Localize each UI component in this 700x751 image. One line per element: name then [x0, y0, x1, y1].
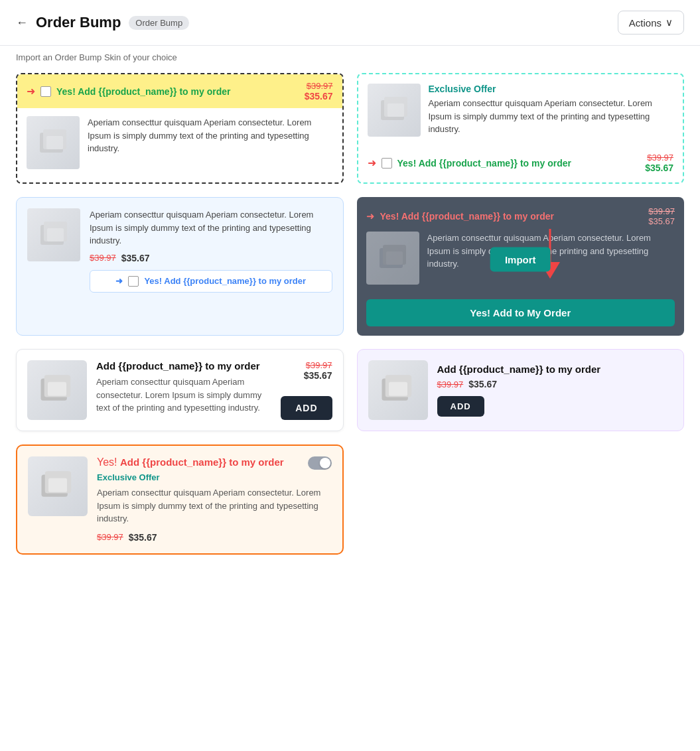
- card-7-toggle[interactable]: [308, 456, 332, 470]
- card-3-checkbox[interactable]: [128, 276, 139, 287]
- card-1-product-image: [27, 116, 80, 169]
- actions-label: Actions: [629, 17, 662, 29]
- page-badge: Order Bump: [129, 16, 189, 30]
- card-6-content: Add {{product_name}} to my order $39.97 …: [437, 364, 673, 417]
- card-2-checkbox[interactable]: [382, 158, 392, 169]
- card-7-description: Aperiam consecttur quisquam Aperiam cons…: [97, 486, 332, 525]
- card-6-body: Add {{product_name}} to my order $39.97 …: [358, 350, 684, 431]
- card-3-yes-button[interactable]: ➜ Yes! Add {{product_name}} to my order: [90, 270, 332, 293]
- card-2-footer: ➜ Yes! Add {{product_name}} to my order …: [358, 146, 683, 182]
- card-1-prices: $39.97 $35.67: [305, 81, 333, 102]
- chevron-down-icon: ∨: [665, 17, 673, 29]
- card-2-product-image: [368, 84, 421, 137]
- card-5-description: Aperiam consecttur quisquam Aperiam cons…: [96, 376, 271, 415]
- skin-card-4: ➜ Yes! Add {{product_name}} to my order …: [357, 197, 685, 336]
- card-6-product-image: [368, 360, 428, 420]
- card-2-price-original: $39.97: [645, 153, 673, 163]
- card-1-price-original: $39.97: [305, 81, 333, 91]
- card-4-product-image: [366, 232, 419, 285]
- card-5-title: Add {{product_name}} to my order: [96, 360, 271, 372]
- card-6-title: Add {{product_name}} to my order: [437, 364, 673, 375]
- card-5-price-sale: $35.67: [304, 370, 332, 381]
- card-2-yes-label: Yes! Add {{product_name}} to my order: [397, 158, 571, 169]
- import-button[interactable]: Import: [490, 247, 551, 272]
- card-1-checkbox[interactable]: [40, 86, 51, 97]
- page-title: Order Bump: [36, 14, 121, 31]
- card-3-yes-label: Yes! Add {{product_name}} to my order: [144, 276, 306, 286]
- skins-grid: ➜ Yes! Add {{product_name}} to my order …: [0, 73, 700, 571]
- card-7-exclusive-label: Exclusive Offer: [97, 472, 332, 482]
- card-3-product-image: [27, 208, 80, 261]
- card-1-body: Aperiam consecttur quisquam Aperiam cons…: [17, 108, 342, 177]
- card-5-product-image: [27, 360, 87, 420]
- svg-rect-19: [389, 382, 407, 396]
- card-7-body: Yes! Add {{product_name}} to my order Ex…: [17, 446, 342, 553]
- card-7-content: Yes! Add {{product_name}} to my order Ex…: [97, 456, 332, 543]
- back-arrow-icon: ←: [16, 16, 28, 30]
- card-2-footer-left: ➜ Yes! Add {{product_name}} to my order: [368, 157, 571, 169]
- card-5-prices-btn: $39.97 $35.67 ADD: [281, 360, 332, 420]
- card-7-title-row: Yes! Add {{product_name}} to my order: [97, 456, 332, 470]
- card-4-top: ➜ Yes! Add {{product_name}} to my order …: [366, 206, 675, 226]
- svg-rect-16: [48, 382, 66, 396]
- card-7-product-image: [28, 456, 88, 516]
- import-overlay: Import: [490, 247, 551, 272]
- card-3-price-sale: $35.67: [121, 253, 150, 263]
- card-7-yes-span: Yes!: [97, 456, 117, 468]
- card-5-body: Add {{product_name}} to my order Aperiam…: [17, 350, 343, 431]
- card-6-price-original: $39.97: [437, 379, 464, 389]
- skin-card-3: Aperiam consecttur quisquam Aperiam cons…: [16, 197, 344, 336]
- header-left: ← Order Bump Order Bump: [16, 14, 189, 31]
- card-3-description: Aperiam consecttur quisquam Aperiam cons…: [90, 208, 332, 247]
- card-7-title: Yes! Add {{product_name}} to my order: [97, 456, 284, 468]
- card-1-price-sale: $35.67: [305, 91, 333, 102]
- skin-card-1: ➜ Yes! Add {{product_name}} to my order …: [16, 73, 344, 184]
- actions-button[interactable]: Actions ∨: [618, 11, 684, 34]
- svg-rect-11: [386, 251, 403, 265]
- card-4-top-left: ➜ Yes! Add {{product_name}} to my order: [366, 210, 554, 222]
- card-2-exclusive-label: Exclusive Offer: [429, 84, 674, 94]
- card-3-price-row: $39.97 $35.67: [90, 253, 332, 263]
- card-1-yes-label: Yes! Add {{product_name}} to my order: [56, 86, 230, 97]
- toggle-knob: [320, 458, 330, 468]
- skin-card-7: Yes! Add {{product_name}} to my order Ex…: [16, 444, 344, 555]
- svg-rect-2: [46, 136, 63, 149]
- skin-card-6: Add {{product_name}} to my order $39.97 …: [357, 349, 685, 431]
- svg-rect-5: [387, 103, 404, 117]
- card-4-arrow-icon: ➜: [366, 210, 375, 222]
- card-4-price-original: $39.97: [648, 206, 675, 216]
- arrow-right-icon: ➜: [27, 85, 35, 98]
- svg-rect-22: [48, 478, 67, 492]
- svg-rect-8: [47, 228, 64, 241]
- card-2-content: Exclusive Offer Aperiam consecttur quisq…: [429, 84, 674, 137]
- card-4-inner: ➜ Yes! Add {{product_name}} to my order …: [357, 197, 685, 294]
- card-1-header: ➜ Yes! Add {{product_name}} to my order …: [17, 74, 342, 108]
- card-2-arrow-icon: ➜: [368, 157, 376, 169]
- card-3-content: Aperiam consecttur quisquam Aperiam cons…: [90, 208, 332, 293]
- card-7-price-sale: $35.67: [129, 532, 157, 543]
- card-3-arrow-icon: ➜: [115, 276, 123, 286]
- card-5-add-button[interactable]: ADD: [281, 396, 332, 420]
- card-7-price-original: $39.97: [97, 532, 123, 542]
- card-1-description: Aperiam consecttur quisquam Aperiam cons…: [88, 116, 333, 169]
- card-7-add-span: Add {{product_name}} to my order: [120, 456, 284, 468]
- card-5-prices: $39.97 $35.67: [304, 360, 332, 381]
- card-6-price-sale: $35.67: [468, 379, 497, 389]
- back-button[interactable]: ←: [16, 16, 28, 30]
- card-7-prices: $39.97 $35.67: [97, 532, 332, 543]
- card-2-prices: $39.97 $35.67: [645, 153, 673, 173]
- page-subtitle: Import an Order Bump Skin of your choice: [0, 46, 700, 73]
- card-6-prices: $39.97 $35.67: [437, 379, 673, 389]
- card-2-description: Aperiam consecttur quisquam Aperiam cons…: [429, 97, 674, 136]
- skin-card-2: Exclusive Offer Aperiam consecttur quisq…: [357, 73, 685, 184]
- card-3-body: Aperiam consecttur quisquam Aperiam cons…: [17, 198, 343, 303]
- card-6-add-button[interactable]: ADD: [437, 396, 484, 417]
- card-1-header-left: ➜ Yes! Add {{product_name}} to my order: [27, 85, 230, 98]
- card-4-description: Aperiam consecttur quisquam Aperiam cons…: [427, 232, 675, 285]
- card-4-yes-label: Yes! Add {{product_name}} to my order: [380, 211, 554, 222]
- add-to-order-button[interactable]: Yes! Add to My Order: [366, 299, 675, 326]
- card-2-body: Exclusive Offer Aperiam consecttur quisq…: [358, 74, 683, 146]
- card-5-price-original: $39.97: [304, 360, 332, 370]
- card-4-prices: $39.97 $35.67: [648, 206, 675, 226]
- skin-card-5: Add {{product_name}} to my order Aperiam…: [16, 349, 344, 431]
